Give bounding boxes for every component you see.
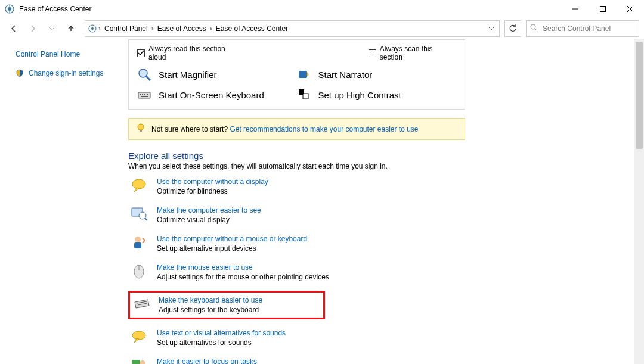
person-speak-icon (131, 235, 148, 250)
back-button[interactable] (5, 20, 23, 37)
svg-point-9 (91, 27, 94, 30)
svg-rect-18 (144, 94, 145, 95)
person-task-icon (131, 357, 148, 364)
quick-start-magnifier[interactable]: Start Magnifier (137, 67, 297, 82)
breadcrumb-mid[interactable]: Ease of Access (155, 24, 209, 33)
main-panel: Always read this section aloud Always sc… (128, 39, 644, 364)
shield-icon (16, 69, 24, 77)
svg-rect-35 (132, 360, 140, 364)
quick-access-panel: Always read this section aloud Always sc… (128, 39, 465, 110)
minimize-button[interactable] (562, 0, 589, 18)
quick-high-contrast[interactable]: Set up High Contrast (297, 88, 457, 102)
narrator-icon (297, 67, 311, 82)
setting-mouse-easier[interactable]: Make the mouse easier to useAdjust setti… (128, 262, 632, 282)
keyboard-icon (137, 88, 151, 102)
setting-sound-alternatives[interactable]: Use text or visual alternatives for soun… (128, 328, 632, 348)
svg-point-12 (139, 69, 147, 77)
titlebar: Ease of Access Center (0, 0, 644, 18)
address-dropdown[interactable] (486, 26, 497, 32)
lightbulb-icon (136, 123, 145, 135)
svg-line-11 (535, 29, 537, 31)
sidebar: Control Panel Home Change sign-in settin… (0, 39, 128, 364)
speech-bubble-icon (131, 178, 148, 193)
scrollbar-thumb[interactable] (636, 42, 643, 149)
app-icon (5, 4, 14, 14)
svg-rect-22 (303, 94, 308, 99)
hint-link[interactable]: Get recommendations to make your compute… (230, 125, 418, 133)
svg-rect-19 (147, 94, 148, 95)
sound-bubble-icon (131, 329, 148, 344)
recent-dropdown[interactable] (43, 20, 61, 37)
svg-point-1 (8, 7, 11, 11)
setting-keyboard-easier[interactable]: Make the keyboard easier to useAdjust se… (128, 291, 325, 319)
magnifier-icon (137, 67, 151, 82)
svg-point-36 (140, 360, 145, 364)
close-button[interactable] (617, 0, 644, 18)
checkbox-icon (137, 49, 145, 57)
svg-rect-15 (138, 92, 150, 98)
chevron-right-icon: › (151, 24, 154, 33)
up-button[interactable] (62, 20, 80, 37)
mouse-icon (131, 263, 148, 279)
svg-rect-20 (141, 96, 148, 97)
refresh-button[interactable] (504, 20, 521, 37)
chevron-right-icon: › (210, 24, 212, 33)
quick-start-narrator[interactable]: Start Narrator (297, 67, 457, 82)
search-box[interactable] (526, 20, 639, 37)
hint-text: Not sure where to start? Get recommendat… (151, 125, 419, 133)
setting-without-display[interactable]: Use the computer without a displayOptimi… (128, 176, 632, 197)
setting-easier-to-see[interactable]: Make the computer easier to seeOptimize … (128, 205, 632, 225)
search-icon (530, 24, 538, 33)
svg-rect-5 (600, 7, 606, 12)
svg-point-10 (531, 24, 535, 29)
display-magnify-icon (131, 206, 148, 222)
svg-point-34 (132, 331, 145, 340)
sidebar-link-home[interactable]: Control Panel Home (16, 50, 128, 58)
svg-point-24 (132, 179, 145, 189)
setting-focus-tasks[interactable]: Make it easier to focus on tasksAdjust s… (128, 356, 632, 364)
svg-line-13 (146, 76, 150, 80)
checkbox-icon (369, 49, 376, 57)
explore-subtext: When you select these settings, they wil… (128, 162, 632, 170)
window-title: Ease of Access Center (19, 5, 562, 13)
svg-rect-16 (140, 94, 141, 95)
svg-rect-23 (140, 130, 142, 132)
contrast-icon (297, 88, 311, 102)
breadcrumb-root[interactable]: Control Panel (102, 24, 150, 33)
address-bar[interactable]: › Control Panel › Ease of Access › Ease … (85, 20, 500, 37)
navigation-row: › Control Panel › Ease of Access › Ease … (0, 18, 644, 39)
checkbox-scan-section[interactable]: Always scan this section (369, 45, 456, 61)
keyboard-icon (132, 296, 150, 312)
checkbox-read-aloud[interactable]: Always read this section aloud (137, 45, 243, 61)
forward-button[interactable] (24, 20, 42, 37)
search-input[interactable] (541, 24, 635, 33)
explore-heading: Explore all settings (128, 151, 632, 161)
hint-bar: Not sure where to start? Get recommendat… (128, 118, 465, 140)
sidebar-link-signin[interactable]: Change sign-in settings (16, 69, 128, 77)
chevron-right-icon: › (98, 24, 101, 33)
location-icon (88, 24, 97, 33)
settings-list: Use the computer without a displayOptimi… (128, 176, 632, 364)
breadcrumb-leaf[interactable]: Ease of Access Center (213, 24, 290, 33)
svg-rect-29 (134, 242, 141, 248)
svg-point-28 (135, 237, 141, 242)
svg-rect-14 (299, 71, 307, 78)
svg-rect-17 (142, 94, 143, 95)
window-controls (562, 0, 644, 18)
setting-without-mouse-keyboard[interactable]: Use the computer without a mouse or keyb… (128, 234, 632, 254)
svg-line-27 (145, 218, 147, 220)
quick-start-osk[interactable]: Start On-Screen Keyboard (137, 88, 297, 102)
vertical-scrollbar[interactable] (634, 39, 644, 364)
content-area: Control Panel Home Change sign-in settin… (0, 39, 644, 364)
maximize-button[interactable] (589, 0, 617, 18)
